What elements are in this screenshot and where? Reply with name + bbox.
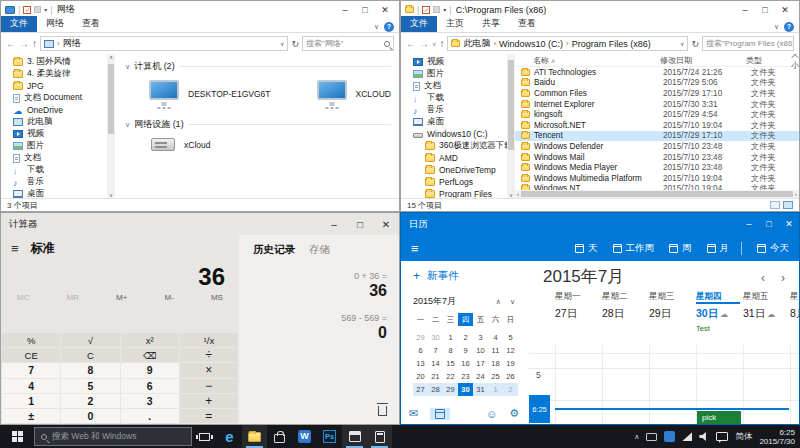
sidebar-scrollbar[interactable]: ∧ ∨ bbox=[107, 54, 115, 198]
file-explorer-button[interactable] bbox=[242, 425, 267, 448]
file-row[interactable]: Baidu 2015/7/29 5:06 文件夹 bbox=[515, 78, 799, 89]
calc-key[interactable]: 8 bbox=[61, 363, 119, 377]
day-column-header[interactable]: 星期六 8月1日 bbox=[790, 291, 799, 333]
group-header-devices[interactable]: ∨ 网络设施 (1) bbox=[125, 118, 391, 131]
mini-day-cell[interactable]: 30 bbox=[458, 383, 473, 396]
mini-day-cell[interactable]: 1 bbox=[443, 331, 458, 344]
mini-day-cell[interactable]: 19 bbox=[503, 357, 518, 370]
calc-key[interactable]: 3 bbox=[121, 394, 179, 408]
sidebar-item[interactable]: 图片 bbox=[1, 140, 107, 152]
back-button[interactable]: ← bbox=[6, 38, 16, 49]
sidebar-item[interactable]: OneDrive bbox=[1, 104, 107, 116]
task-view-button[interactable] bbox=[192, 425, 217, 448]
calc-key[interactable]: . bbox=[121, 409, 179, 423]
mail-icon[interactable]: ✉ bbox=[409, 407, 418, 420]
today-button[interactable]: 今天 bbox=[757, 242, 789, 255]
mini-day-cell[interactable]: 27 bbox=[413, 383, 428, 396]
all-day-event-label[interactable]: Test bbox=[696, 324, 743, 333]
mini-day-cell[interactable]: 28 bbox=[428, 383, 443, 396]
calc-key[interactable]: 1 bbox=[2, 394, 60, 408]
qat-icon[interactable] bbox=[34, 6, 41, 13]
properties-icon[interactable]: ✓ bbox=[23, 6, 31, 14]
calc-key[interactable]: √ bbox=[61, 333, 119, 347]
ime-indicator[interactable]: 简体 bbox=[735, 431, 752, 443]
qat-icon[interactable] bbox=[433, 6, 440, 13]
file-row[interactable]: Common Files 2015/7/29 17:10 文件夹 bbox=[515, 88, 799, 99]
tray-app-icon[interactable] bbox=[646, 433, 657, 441]
close-button[interactable]: ✕ bbox=[375, 5, 395, 15]
view-workweek-button[interactable]: 工作周 bbox=[613, 242, 655, 255]
search-box[interactable]: 搜索"Program Files (x86)" bbox=[702, 36, 794, 51]
maximize-button[interactable]: □ bbox=[355, 5, 375, 15]
mini-day-cell[interactable]: 30 bbox=[428, 331, 443, 344]
refresh-icon[interactable]: ↻ bbox=[291, 39, 299, 49]
calc-key[interactable]: 5 bbox=[61, 379, 119, 393]
mini-day-cell[interactable]: 13 bbox=[413, 357, 428, 370]
memory-button[interactable]: MC bbox=[17, 293, 29, 308]
computer-item[interactable]: XCLOUD bbox=[317, 80, 391, 108]
calc-key[interactable]: 0 bbox=[61, 409, 119, 423]
calc-key[interactable]: × bbox=[180, 363, 238, 377]
file-row[interactable]: Windows Mail 2015/7/10 23:48 文件夹 bbox=[515, 152, 799, 163]
calendar-app-button[interactable] bbox=[342, 425, 367, 448]
sidebar-item[interactable]: 下载 bbox=[1, 164, 107, 176]
close-button[interactable]: ✕ bbox=[779, 219, 799, 229]
word-app-button[interactable]: W bbox=[292, 425, 317, 448]
file-row[interactable]: Microsoft.NET 2015/7/10 19:04 文件夹 bbox=[515, 120, 799, 131]
file-row[interactable]: Windows Defender 2015/7/10 23:48 文件夹 bbox=[515, 141, 799, 152]
day-column-header[interactable]: 星期五 31日 ☁ bbox=[743, 291, 790, 333]
sidebar-item[interactable]: Windows10 (C:) bbox=[401, 128, 507, 140]
sidebar-item[interactable]: 视频 bbox=[1, 128, 107, 140]
calc-key[interactable]: 7 bbox=[2, 363, 60, 377]
minimize-button[interactable]: – bbox=[735, 5, 755, 15]
menu-icon[interactable]: ≡ bbox=[11, 241, 19, 256]
edge-button[interactable]: e bbox=[217, 425, 242, 448]
calc-key[interactable]: ⌫ bbox=[121, 348, 179, 362]
next-week-icon[interactable]: › bbox=[781, 271, 785, 285]
sidebar-item[interactable]: 图片 bbox=[401, 68, 507, 80]
mini-day-cell[interactable]: 2 bbox=[458, 331, 473, 344]
calc-key[interactable]: + bbox=[180, 394, 238, 408]
prev-week-icon[interactable]: ‹ bbox=[761, 271, 765, 285]
column-date[interactable]: 修改日期 bbox=[660, 55, 746, 66]
sidebar-item[interactable]: 下载 bbox=[401, 92, 507, 104]
day-column-header[interactable]: 星期四 30日 ☁ Test bbox=[696, 291, 743, 333]
calculator-app-button[interactable] bbox=[367, 425, 392, 448]
calc-key[interactable]: % bbox=[2, 333, 60, 347]
sidebar-item[interactable]: 桌面 bbox=[1, 188, 107, 198]
memory-button[interactable]: MR bbox=[67, 293, 79, 308]
tab-memory[interactable]: 存储 bbox=[309, 243, 330, 257]
close-button[interactable]: ✕ bbox=[373, 219, 399, 230]
mini-day-cell[interactable]: 29 bbox=[443, 383, 458, 396]
crumb-this-pc[interactable]: 此电脑 bbox=[463, 37, 490, 50]
file-row[interactable]: Internet Explorer 2015/7/30 3:31 文件夹 bbox=[515, 99, 799, 110]
time-grid[interactable]: 5 6:25 7 pick bbox=[529, 345, 799, 424]
ribbon-expand-icon[interactable]: ∨ bbox=[774, 23, 779, 31]
mini-day-cell[interactable]: 3 bbox=[473, 331, 488, 344]
qat-dropdown-icon[interactable]: ▾ bbox=[443, 6, 446, 13]
address-dropdown-icon[interactable]: ∨ bbox=[680, 40, 684, 47]
calc-key[interactable]: 4 bbox=[2, 379, 60, 393]
minimize-button[interactable]: – bbox=[335, 5, 355, 15]
settings-gear-icon[interactable]: ⚙ bbox=[509, 407, 519, 420]
refresh-icon[interactable]: ↻ bbox=[691, 39, 699, 49]
tab-home[interactable]: 主页 bbox=[437, 16, 473, 32]
column-name[interactable]: 名称∧ bbox=[515, 55, 660, 66]
tray-blue-app-icon[interactable] bbox=[664, 431, 675, 442]
mini-day-cell[interactable]: 15 bbox=[443, 357, 458, 370]
forward-button[interactable]: → bbox=[419, 38, 429, 49]
help-icon[interactable]: ? bbox=[384, 22, 394, 32]
sidebar-item[interactable]: 文档 bbox=[401, 80, 507, 92]
mini-day-cell[interactable]: 23 bbox=[458, 370, 473, 383]
sidebar-item[interactable]: 桌面 bbox=[401, 116, 507, 128]
mini-day-cell[interactable]: 18 bbox=[488, 357, 503, 370]
memory-button[interactable]: MS bbox=[211, 293, 223, 308]
search-box[interactable]: 搜索"网络" bbox=[302, 36, 394, 51]
up-button[interactable]: ↑ bbox=[439, 38, 444, 49]
tab-history[interactable]: 历史记录 bbox=[253, 243, 295, 257]
crumb-drive[interactable]: Windows10 (C:) bbox=[499, 39, 563, 49]
address-dropdown-icon[interactable]: ∨ bbox=[280, 40, 284, 47]
memory-button[interactable]: M+ bbox=[116, 293, 127, 308]
file-row[interactable]: Windows Media Player 2015/7/10 23:48 文件夹 bbox=[515, 162, 799, 173]
calc-key[interactable]: − bbox=[180, 379, 238, 393]
